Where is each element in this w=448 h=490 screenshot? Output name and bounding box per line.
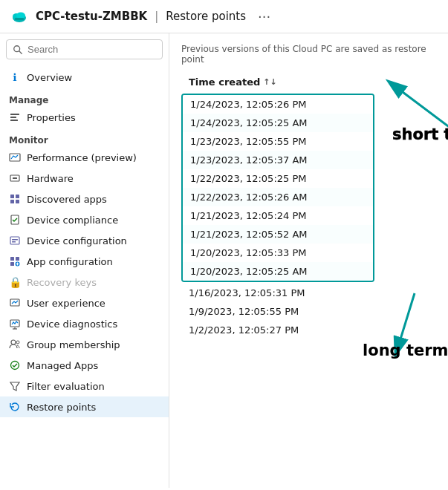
section-manage: Manage (0, 88, 169, 107)
sidebar-item-hardware[interactable]: Hardware (0, 168, 169, 189)
sidebar-label-performance: Performance (preview) (27, 152, 137, 163)
managed-apps-icon (9, 359, 21, 371)
sidebar-item-group-membership[interactable]: Group membership (0, 334, 169, 355)
header-divider: | (155, 10, 158, 23)
short-term-row-7[interactable]: 1/21/2023, 12:05:52 AM (183, 225, 373, 244)
restore-table: Time created ↑↓ 1/24/2023, 12:05:26 PM1/… (181, 74, 374, 339)
short-term-label: short term (392, 125, 448, 143)
short-term-row-2[interactable]: 1/23/2023, 12:05:55 PM (183, 132, 373, 151)
main-layout: ℹ Overview Manage Properties Monitor (0, 33, 448, 488)
svg-line-5 (19, 50, 22, 53)
sidebar-label-hardware: Hardware (27, 173, 74, 184)
long-term-group: 1/16/2023, 12:05:31 PM1/9/2023, 12:05:55… (181, 284, 374, 339)
svg-rect-21 (16, 257, 19, 261)
search-input[interactable] (27, 44, 156, 55)
sidebar-item-filter-evaluation[interactable]: Filter evaluation (0, 376, 169, 396)
sidebar-label-device-diagnostics: Device diagnostics (27, 318, 117, 330)
svg-rect-16 (11, 215, 19, 224)
short-term-row-6[interactable]: 1/21/2023, 12:05:24 PM (183, 206, 373, 225)
long-term-label: long term (363, 342, 448, 359)
svg-rect-8 (10, 120, 18, 121)
sidebar-item-device-configuration[interactable]: Device configuration (0, 230, 169, 251)
long-term-arrow (370, 286, 448, 360)
hardware-icon (9, 172, 21, 184)
short-term-row-5[interactable]: 1/22/2023, 12:05:26 AM (183, 188, 373, 206)
device-name: CPC-testu-ZMBBK (36, 10, 147, 23)
search-icon (13, 45, 23, 55)
sidebar-label-restore-points: Restore points (27, 402, 96, 413)
sidebar-label-discovered-apps: Discovered apps (27, 194, 107, 205)
svg-point-32 (11, 362, 19, 370)
sidebar-label-user-experience: User experience (27, 298, 105, 309)
main-content: Previous versions of this Cloud PC are s… (169, 33, 448, 488)
svg-point-30 (11, 340, 16, 344)
long-term-row-1[interactable]: 1/9/2023, 12:05:55 PM (181, 302, 374, 321)
device-config-icon (9, 235, 21, 246)
user-experience-icon (9, 297, 21, 309)
sidebar-label-app-configuration: App configuration (27, 256, 113, 267)
svg-line-37 (400, 293, 415, 342)
performance-icon (9, 151, 21, 163)
short-term-row-1[interactable]: 1/24/2023, 12:05:25 AM (183, 114, 373, 132)
app-config-icon (9, 255, 21, 267)
svg-rect-18 (12, 239, 18, 241)
svg-rect-20 (10, 257, 14, 261)
sidebar-item-recovery-keys: 🔒 Recovery keys (0, 272, 169, 293)
long-term-row-2[interactable]: 1/2/2023, 12:05:27 PM (181, 321, 374, 339)
cloud-pc-logo (10, 7, 28, 25)
sort-icon[interactable]: ↑↓ (263, 77, 276, 87)
sidebar-item-discovered-apps[interactable]: Discovered apps (0, 189, 169, 209)
sidebar-label-group-membership: Group membership (27, 339, 120, 350)
sidebar-label-device-compliance: Device compliance (27, 215, 118, 226)
svg-marker-33 (10, 382, 19, 391)
svg-rect-22 (10, 262, 14, 266)
svg-point-31 (16, 341, 19, 344)
sidebar-item-app-configuration[interactable]: App configuration (0, 251, 169, 272)
page-title: Restore points (166, 10, 246, 23)
annotations: short term (370, 68, 448, 159)
sidebar: ℹ Overview Manage Properties Monitor (0, 33, 169, 488)
filter-icon (9, 380, 21, 392)
short-term-row-8[interactable]: 1/20/2023, 12:05:33 PM (183, 244, 373, 262)
sidebar-label-managed-apps: Managed Apps (27, 360, 98, 371)
compliance-icon (9, 214, 21, 226)
discovered-apps-icon (9, 193, 21, 205)
svg-rect-7 (10, 117, 16, 118)
svg-rect-3 (15, 18, 24, 20)
search-box[interactable] (6, 39, 163, 59)
sidebar-item-user-experience[interactable]: User experience (0, 293, 169, 313)
svg-rect-19 (12, 241, 16, 243)
svg-line-35 (400, 90, 448, 134)
sidebar-label-overview: Overview (27, 72, 72, 83)
column-label: Time created (189, 76, 260, 88)
sidebar-label-recovery-keys: Recovery keys (27, 277, 97, 288)
more-options-button[interactable]: ··· (258, 9, 270, 24)
svg-rect-12 (10, 195, 14, 198)
section-monitor: Monitor (0, 128, 169, 147)
short-term-row-9[interactable]: 1/20/2023, 12:05:25 AM (183, 262, 373, 281)
sidebar-item-device-compliance[interactable]: Device compliance (0, 209, 169, 230)
sidebar-item-restore-points[interactable]: Restore points (0, 396, 169, 417)
sidebar-item-properties[interactable]: Properties (0, 107, 169, 128)
sidebar-label-filter-evaluation: Filter evaluation (27, 381, 105, 392)
sidebar-item-overview[interactable]: ℹ Overview (0, 67, 169, 88)
svg-rect-13 (16, 195, 19, 198)
header: CPC-testu-ZMBBK | Restore points ··· (0, 0, 448, 33)
group-icon (9, 339, 21, 350)
sidebar-item-device-diagnostics[interactable]: Device diagnostics (0, 313, 169, 334)
svg-rect-15 (16, 200, 19, 203)
short-term-group: 1/24/2023, 12:05:26 PM1/24/2023, 12:05:2… (181, 94, 374, 282)
properties-icon (9, 111, 21, 123)
short-term-arrow (370, 68, 448, 157)
svg-rect-11 (13, 177, 17, 179)
sidebar-item-managed-apps[interactable]: Managed Apps (0, 355, 169, 376)
short-term-row-4[interactable]: 1/22/2023, 12:05:25 PM (183, 169, 373, 188)
svg-rect-14 (10, 200, 14, 203)
sidebar-item-performance[interactable]: Performance (preview) (0, 147, 169, 168)
short-term-row-3[interactable]: 1/23/2023, 12:05:37 AM (183, 151, 373, 169)
sidebar-label-device-configuration: Device configuration (27, 235, 127, 246)
long-term-row-0[interactable]: 1/16/2023, 12:05:31 PM (181, 284, 374, 302)
diagnostics-icon (9, 318, 21, 330)
restore-icon (9, 401, 21, 413)
short-term-row-0[interactable]: 1/24/2023, 12:05:26 PM (183, 95, 373, 114)
